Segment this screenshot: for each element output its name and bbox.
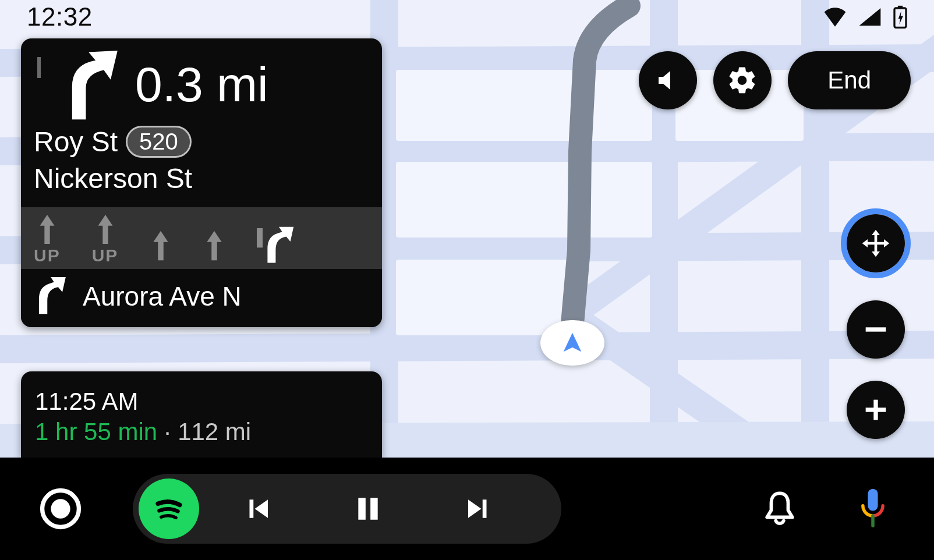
turn-streets: Roy St 520 Nickerson St bbox=[21, 122, 382, 207]
play-pause-button[interactable] bbox=[316, 474, 420, 544]
cellular-icon bbox=[858, 7, 882, 27]
zoom-out-button[interactable] bbox=[847, 300, 905, 359]
wifi-icon bbox=[823, 7, 847, 27]
status-time: 12:32 bbox=[27, 2, 93, 31]
skip-previous-icon bbox=[242, 493, 273, 524]
navigation-arrow-icon bbox=[559, 329, 586, 356]
screen-root: 12:32 End bbox=[0, 0, 934, 560]
lane-straight-icon bbox=[94, 213, 116, 246]
street-line-2: Nickerson St bbox=[34, 162, 369, 194]
map-controls bbox=[841, 208, 911, 439]
lane-4 bbox=[203, 226, 225, 265]
svg-rect-23 bbox=[358, 498, 366, 520]
svg-line-4 bbox=[0, 345, 934, 349]
zoom-in-button[interactable] bbox=[847, 381, 905, 439]
street-1-name: Roy St bbox=[34, 126, 118, 158]
eta-sep: · bbox=[157, 418, 178, 445]
turn-right-small-icon bbox=[34, 277, 68, 316]
svg-rect-12 bbox=[396, 162, 652, 238]
lane-straight-icon bbox=[150, 226, 172, 265]
lane-2: UP bbox=[92, 213, 119, 265]
lane-guidance: UP UP bbox=[21, 207, 382, 269]
speaker-muted-icon bbox=[654, 66, 682, 94]
eta-card[interactable]: 11:25 AM 1 hr 55 min · 112 mi bbox=[21, 371, 382, 458]
current-position-marker bbox=[540, 320, 604, 366]
battery-charging-icon bbox=[893, 5, 907, 29]
step-tick-icon bbox=[37, 57, 41, 78]
svg-rect-11 bbox=[396, 70, 652, 141]
media-control-bar bbox=[133, 474, 561, 544]
next-track-button[interactable] bbox=[426, 474, 531, 544]
status-icons bbox=[823, 5, 907, 29]
eta-detail: 1 hr 55 min · 112 mi bbox=[35, 418, 368, 446]
svg-rect-19 bbox=[873, 400, 878, 420]
street-2-name: Nickerson St bbox=[34, 162, 192, 194]
lane-1-label: UP bbox=[34, 246, 61, 265]
next-step-row: Aurora Ave N bbox=[21, 269, 382, 327]
eta-arrival-time: 11:25 AM bbox=[35, 388, 368, 416]
top-controls: End bbox=[639, 51, 911, 109]
svg-rect-25 bbox=[868, 489, 878, 511]
pan-button-ring bbox=[841, 208, 911, 278]
eta-distance: 112 mi bbox=[178, 418, 251, 445]
spotify-app-icon[interactable] bbox=[139, 479, 199, 539]
lane-straight-icon bbox=[203, 226, 225, 265]
svg-rect-13 bbox=[396, 260, 571, 335]
svg-rect-17 bbox=[866, 327, 886, 331]
notifications-button[interactable] bbox=[753, 483, 806, 535]
home-button[interactable] bbox=[35, 483, 86, 534]
end-navigation-button[interactable]: End bbox=[788, 51, 911, 109]
previous-track-button[interactable] bbox=[205, 474, 310, 544]
street-line-1: Roy St 520 bbox=[34, 126, 369, 158]
svg-rect-20 bbox=[257, 228, 263, 247]
lane-2-label: UP bbox=[92, 246, 119, 265]
status-bar: 12:32 bbox=[0, 0, 934, 34]
system-bar bbox=[0, 458, 934, 560]
lane-5 bbox=[257, 226, 295, 265]
pan-button[interactable] bbox=[847, 214, 905, 272]
lane-straight-icon bbox=[36, 213, 58, 246]
lane-3 bbox=[150, 226, 172, 265]
pause-icon bbox=[353, 492, 383, 525]
svg-rect-16 bbox=[898, 6, 903, 9]
lane-turn-right-icon bbox=[263, 226, 295, 265]
minus-icon bbox=[861, 314, 891, 345]
route-shield: 520 bbox=[126, 126, 192, 158]
lane-tick-icon bbox=[257, 226, 263, 265]
lane-1: UP bbox=[34, 213, 61, 265]
end-label: End bbox=[827, 66, 871, 94]
settings-button[interactable] bbox=[713, 51, 772, 109]
svg-rect-24 bbox=[370, 498, 378, 520]
voice-assistant-button[interactable] bbox=[847, 483, 899, 535]
eta-duration: 1 hr 55 min bbox=[35, 418, 157, 445]
navigation-card[interactable]: 0.3 mi Roy St 520 Nickerson St UP UP bbox=[21, 38, 382, 327]
launcher-icon bbox=[39, 487, 82, 530]
skip-next-icon bbox=[463, 493, 494, 524]
spotify-icon bbox=[150, 490, 188, 528]
turn-row: 0.3 mi bbox=[21, 38, 382, 122]
gear-icon bbox=[727, 65, 758, 96]
google-mic-icon bbox=[858, 488, 888, 530]
mute-button[interactable] bbox=[639, 51, 697, 109]
bell-icon bbox=[763, 490, 797, 527]
pan-arrows-icon bbox=[859, 227, 892, 260]
plus-icon bbox=[861, 395, 891, 425]
svg-point-22 bbox=[51, 499, 70, 518]
turn-distance: 0.3 mi bbox=[135, 56, 268, 113]
turn-right-icon bbox=[56, 47, 120, 122]
next-step-label: Aurora Ave N bbox=[83, 281, 242, 312]
